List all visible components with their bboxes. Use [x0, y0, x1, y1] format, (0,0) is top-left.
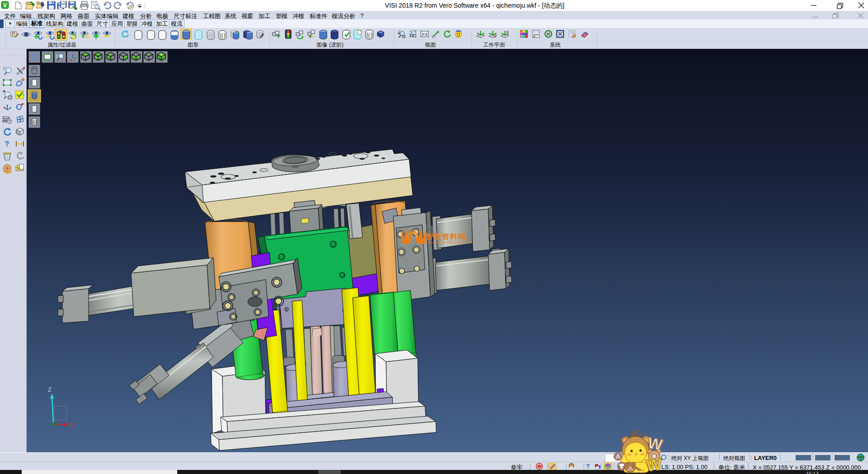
svg-text:V: V: [3, 2, 7, 9]
svg-text:A: A: [616, 453, 620, 460]
svg-text:1:1: 1:1: [422, 32, 427, 36]
svg-text:图像 (进阶): 图像 (进阶): [316, 42, 343, 48]
svg-text:X: X: [70, 422, 74, 428]
svg-text:属性/过滤器: 属性/过滤器: [47, 42, 76, 48]
svg-text:?: ?: [586, 463, 590, 470]
svg-text:系统: 系统: [550, 42, 561, 48]
svg-text:?: ?: [5, 140, 9, 148]
svg-text:INTELLIGENT MANUFACTURING DATA: INTELLIGENT MANUFACTURING DATA: [426, 241, 472, 244]
svg-text:视图: 视图: [425, 42, 436, 48]
svg-text:Z: Z: [48, 386, 52, 393]
svg-text:W: W: [646, 455, 663, 473]
svg-text:图形: 图形: [188, 42, 198, 48]
svg-text:工作平面: 工作平面: [483, 42, 505, 48]
svg-text:智造资料网: 智造资料网: [425, 232, 466, 241]
